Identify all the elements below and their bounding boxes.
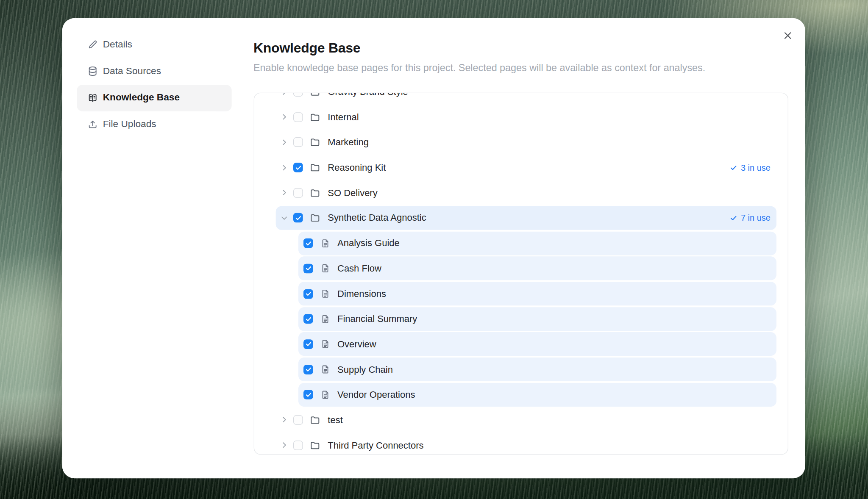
screen: DetailsData SourcesKnowledge BaseFile Up… — [0, 0, 868, 499]
check-blue-icon — [729, 214, 737, 222]
document-icon — [320, 364, 331, 374]
tree-row-page[interactable]: Vendor Operations — [298, 383, 776, 407]
row-checkbox[interactable] — [293, 188, 303, 198]
tree-row-folder[interactable]: test — [276, 408, 776, 432]
row-label: test — [328, 415, 342, 425]
book-open-icon — [88, 93, 98, 103]
chevron-right-icon[interactable] — [280, 138, 289, 147]
tree-row-page[interactable]: Supply Chain — [298, 358, 776, 381]
page-title: Knowledge Base — [253, 39, 785, 56]
folder-icon — [310, 213, 320, 223]
row-label: Gravity Brand Style — [328, 92, 408, 97]
row-label: Reasoning Kit — [328, 162, 386, 173]
modal-sidebar: DetailsData SourcesKnowledge BaseFile Up… — [77, 31, 231, 138]
tree-row-folder[interactable]: Third Party Connectors — [276, 433, 776, 455]
chevron-right-icon[interactable] — [280, 113, 289, 122]
pencil-icon — [88, 39, 98, 50]
tree-row-folder[interactable]: Marketing — [276, 130, 776, 154]
document-icon — [320, 339, 331, 349]
knowledge-tree: Gravity Brand StyleInternalMarketingReas… — [254, 92, 787, 455]
knowledge-base-modal: DetailsData SourcesKnowledge BaseFile Up… — [62, 18, 805, 479]
tree-row-folder[interactable]: Internal — [276, 105, 776, 129]
document-icon — [320, 288, 331, 299]
row-checkbox[interactable] — [293, 92, 303, 97]
folder-icon — [310, 187, 320, 198]
sidebar-item-label: Data Sources — [103, 66, 161, 77]
folder-icon — [310, 92, 320, 97]
page-subtitle: Enable knowledge base pages for this pro… — [253, 62, 785, 74]
row-label: Overview — [337, 339, 376, 349]
tree-row-folder[interactable]: Gravity Brand Style — [276, 92, 776, 104]
row-checkbox[interactable] — [303, 289, 313, 299]
tree-row-page[interactable]: Overview — [298, 332, 776, 356]
row-label: Internal — [328, 112, 359, 122]
chevron-right-icon[interactable] — [280, 416, 289, 424]
sidebar-item-data-sources[interactable]: Data Sources — [77, 58, 231, 85]
folder-icon — [310, 415, 320, 425]
tree-row-folder[interactable]: Synthetic Data Agnostic7 in use — [276, 206, 776, 230]
row-checkbox[interactable] — [303, 263, 313, 273]
row-label: Marketing — [328, 137, 369, 147]
row-checkbox[interactable] — [303, 339, 313, 349]
upload-icon — [88, 119, 98, 129]
row-label: Dimensions — [337, 288, 386, 299]
document-icon — [320, 263, 331, 274]
sidebar-item-file-uploads[interactable]: File Uploads — [77, 111, 231, 138]
tree-row-page[interactable]: Financial Summary — [298, 307, 776, 331]
row-checkbox[interactable] — [303, 365, 313, 374]
row-label: Vendor Operations — [337, 389, 415, 400]
tree-row-page[interactable]: Dimensions — [298, 282, 776, 305]
knowledge-tree-panel[interactable]: Gravity Brand StyleInternalMarketingReas… — [253, 92, 788, 455]
database-icon — [88, 66, 98, 76]
sidebar-item-label: Details — [103, 39, 132, 50]
sidebar-item-label: File Uploads — [103, 119, 156, 130]
sidebar-item-knowledge-base[interactable]: Knowledge Base — [77, 84, 231, 111]
in-use-badge: 3 in use — [729, 163, 771, 172]
modal-header: Knowledge Base Enable knowledge base pag… — [253, 39, 785, 73]
row-label: Synthetic Data Agnostic — [328, 213, 426, 223]
row-label: Third Party Connectors — [328, 440, 423, 450]
sidebar-item-details[interactable]: Details — [77, 31, 231, 58]
row-checkbox[interactable] — [303, 238, 313, 248]
folder-icon — [310, 162, 320, 173]
tree-row-folder[interactable]: Reasoning Kit3 in use — [276, 155, 776, 179]
document-icon — [320, 238, 331, 248]
check-blue-icon — [729, 164, 737, 172]
chevron-right-icon[interactable] — [280, 163, 289, 172]
row-checkbox[interactable] — [293, 440, 303, 450]
row-checkbox[interactable] — [293, 415, 303, 425]
row-label: Analysis Guide — [337, 238, 400, 248]
row-checkbox[interactable] — [293, 137, 303, 147]
chevron-down-icon[interactable] — [280, 213, 289, 222]
folder-icon — [310, 440, 320, 450]
tree-row-folder[interactable]: SO Delivery — [276, 181, 776, 205]
sidebar-item-label: Knowledge Base — [103, 92, 180, 103]
row-label: Supply Chain — [337, 364, 393, 374]
document-icon — [320, 389, 331, 400]
row-checkbox[interactable] — [303, 390, 313, 399]
folder-icon — [310, 112, 320, 122]
row-checkbox[interactable] — [293, 213, 303, 223]
chevron-right-icon[interactable] — [280, 441, 289, 449]
row-label: Cash Flow — [337, 263, 381, 274]
row-checkbox[interactable] — [303, 314, 313, 324]
row-checkbox[interactable] — [293, 112, 303, 122]
in-use-badge: 7 in use — [729, 213, 771, 223]
tree-row-page[interactable]: Cash Flow — [298, 257, 776, 280]
folder-icon — [310, 137, 320, 147]
chevron-right-icon[interactable] — [280, 92, 289, 96]
document-icon — [320, 313, 331, 324]
row-label: SO Delivery — [328, 187, 377, 198]
tree-row-page[interactable]: Analysis Guide — [298, 231, 776, 255]
row-checkbox[interactable] — [293, 163, 303, 172]
chevron-right-icon[interactable] — [280, 188, 289, 197]
row-label: Financial Summary — [337, 313, 417, 324]
